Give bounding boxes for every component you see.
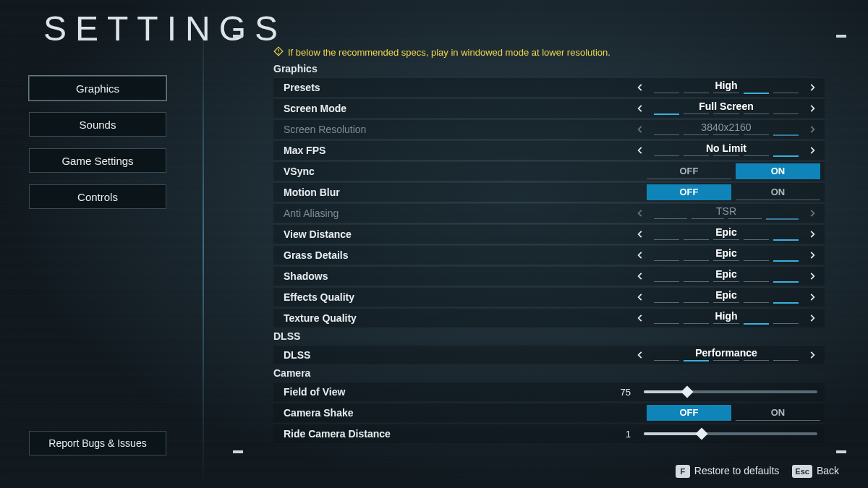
slider-track[interactable] — [644, 432, 817, 435]
selector-value[interactable]: Epic — [654, 269, 799, 283]
settings-panel: If below the recommended specs, play in … — [273, 46, 825, 448]
setting-row-texture-quality: Texture Quality High — [273, 308, 825, 328]
chevron-left-icon[interactable] — [632, 142, 648, 158]
toggle-off[interactable]: OFF — [647, 184, 731, 200]
slider-track[interactable] — [644, 390, 817, 393]
back-button[interactable]: EscBack — [792, 465, 839, 478]
setting-label: Screen Mode — [284, 103, 544, 114]
chevron-left-icon[interactable] — [632, 247, 648, 263]
chevron-right-icon[interactable] — [804, 226, 820, 242]
setting-row-screen-mode: Screen Mode Full Screen — [273, 98, 825, 118]
footer: FRestore to defaults EscBack — [676, 465, 839, 478]
selector-value[interactable]: Epic — [654, 227, 799, 241]
chevron-left-icon[interactable] — [632, 100, 648, 116]
setting-label: VSync — [284, 166, 544, 177]
selector: High — [632, 80, 820, 95]
setting-row-field-of-view: Field of View 75 — [273, 382, 825, 401]
setting-label: Texture Quality — [284, 312, 544, 324]
chevron-right-icon[interactable] — [804, 268, 820, 284]
corner-mark — [836, 35, 846, 38]
selector-value[interactable]: High — [654, 80, 799, 95]
selector-value: 3840x2160 — [654, 122, 799, 137]
sidebar-item-game-settings[interactable]: Game Settings — [29, 148, 166, 173]
setting-label: Grass Details — [284, 249, 544, 261]
setting-label: Effects Quality — [284, 291, 544, 303]
setting-label: Screen Resolution — [284, 124, 544, 135]
chevron-left-icon[interactable] — [632, 289, 648, 305]
chevron-left-icon[interactable] — [632, 268, 648, 284]
selector-value[interactable]: High — [654, 311, 799, 325]
toggle-off[interactable]: OFF — [647, 163, 731, 179]
selector: Performance — [632, 347, 820, 363]
selector: No Limit — [632, 142, 820, 158]
sidebar-item-sounds[interactable]: Sounds — [29, 112, 166, 137]
sidebar: GraphicsSoundsGame SettingsControls — [29, 76, 166, 209]
setting-label: Camera Shake — [284, 407, 544, 419]
hint-text: If below the recommended specs, play in … — [273, 46, 825, 59]
selector: 3840x2160 — [632, 121, 820, 137]
warning-icon — [273, 46, 284, 59]
section-header-camera: Camera — [273, 367, 825, 379]
chevron-left-icon[interactable] — [632, 347, 648, 363]
key-hint: Esc — [792, 465, 812, 478]
toggle-on[interactable]: ON — [736, 184, 820, 200]
chevron-right-icon[interactable] — [804, 80, 820, 95]
selector-value[interactable]: Full Screen — [654, 101, 799, 116]
chevron-right-icon[interactable] — [804, 100, 820, 116]
setting-row-anti-aliasing: Anti Aliasing TSR — [273, 203, 825, 223]
section-header-dlss: DLSS — [273, 330, 825, 342]
corner-mark — [233, 35, 243, 38]
chevron-right-icon[interactable] — [804, 142, 820, 158]
slider-control: 75 — [544, 387, 820, 398]
setting-label: Ride Camera Distance — [284, 428, 544, 440]
setting-label: Presets — [284, 82, 544, 93]
toggle-on[interactable]: ON — [736, 405, 820, 421]
setting-row-vsync: VSync OFF ON — [273, 161, 825, 181]
setting-row-max-fps: Max FPS No Limit — [273, 140, 825, 160]
setting-label: Anti Aliasing — [284, 207, 544, 219]
selector-value: TSR — [654, 206, 799, 221]
chevron-left-icon[interactable] — [632, 226, 648, 242]
setting-row-camera-shake: Camera Shake OFF ON — [273, 403, 825, 422]
sidebar-item-graphics[interactable]: Graphics — [29, 76, 166, 100]
setting-label: Max FPS — [284, 145, 544, 156]
chevron-right-icon[interactable] — [804, 310, 820, 326]
setting-label: View Distance — [284, 228, 544, 240]
sidebar-item-controls[interactable]: Controls — [29, 184, 166, 209]
restore-defaults-button[interactable]: FRestore to defaults — [676, 465, 780, 478]
toggle: OFF ON — [647, 163, 820, 179]
selector-value[interactable]: Epic — [654, 248, 799, 262]
chevron-right-icon — [804, 205, 820, 221]
chevron-right-icon — [804, 121, 820, 137]
selector: Epic — [632, 268, 820, 284]
vertical-divider — [203, 0, 204, 488]
chevron-right-icon[interactable] — [804, 289, 820, 305]
svg-point-2 — [278, 53, 279, 54]
setting-row-motion-blur: Motion Blur OFF ON — [273, 182, 825, 202]
slider-thumb[interactable] — [695, 428, 707, 440]
setting-label: Shadows — [284, 270, 544, 282]
chevron-right-icon[interactable] — [804, 247, 820, 263]
key-hint: F — [676, 465, 690, 478]
chevron-left-icon[interactable] — [632, 310, 648, 326]
setting-label: DLSS — [284, 349, 544, 361]
chevron-left-icon — [632, 121, 648, 137]
selector: Epic — [632, 247, 820, 263]
setting-row-view-distance: View Distance Epic — [273, 224, 825, 244]
chevron-left-icon[interactable] — [632, 80, 648, 95]
selector-value[interactable]: No Limit — [654, 143, 799, 158]
toggle-on[interactable]: ON — [736, 163, 820, 179]
selector-value[interactable]: Performance — [654, 348, 799, 362]
chevron-right-icon[interactable] — [804, 347, 820, 363]
setting-label: Motion Blur — [284, 187, 544, 198]
slider-thumb[interactable] — [681, 386, 694, 398]
toggle: OFF ON — [647, 405, 820, 421]
selector: Epic — [632, 226, 820, 242]
toggle-off[interactable]: OFF — [647, 405, 731, 421]
setting-row-ride-camera-distance: Ride Camera Distance 1 — [273, 424, 825, 443]
selector-value[interactable]: Epic — [654, 290, 799, 304]
selector: High — [632, 310, 820, 326]
page-title: SETTINGS — [43, 9, 286, 48]
setting-label: Field of View — [284, 386, 544, 398]
report-bugs-button[interactable]: Report Bugs & Issues — [29, 431, 166, 455]
